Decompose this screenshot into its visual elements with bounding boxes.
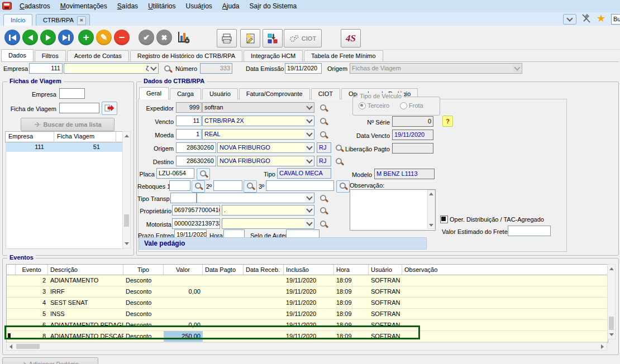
ctrb-tab-ciot[interactable]: CIOT — [311, 88, 340, 99]
destino-code-field[interactable]: 28630260 — [176, 156, 216, 166]
reboque1-field[interactable] — [169, 180, 190, 191]
scroll-up-icon[interactable] — [608, 265, 615, 273]
tab-inicio[interactable]: Início — [3, 14, 32, 26]
terceiro-radio[interactable] — [359, 102, 366, 109]
eventos-cell[interactable]: 0,00 — [164, 320, 203, 331]
eventos-cell[interactable]: 4 — [16, 298, 48, 308]
eventos-cell[interactable]: 6 — [16, 320, 48, 331]
eventos-cell[interactable]: 0,00 — [164, 286, 203, 297]
eventos-cell[interactable]: 19/11/2020 — [284, 298, 334, 308]
eventos-cell[interactable]: 18:09 — [334, 286, 369, 297]
menu-item-cadastros[interactable]: Cadastros — [15, 1, 55, 11]
vale-pedagio-header[interactable]: Vale pedágio — [139, 237, 427, 250]
eventos-cell[interactable] — [244, 275, 284, 286]
motorista-code-field[interactable]: 00000232139733 — [172, 218, 220, 229]
liberacao-field[interactable] — [392, 143, 433, 154]
eventos-cell[interactable]: SOFTRAN — [369, 298, 402, 308]
eventos-vscrollbar[interactable] — [607, 264, 616, 339]
menu-item-ajuda[interactable]: Ajuda — [217, 1, 245, 11]
row-indicator[interactable] — [7, 309, 16, 319]
frota-radio[interactable] — [400, 102, 407, 109]
eventos-cell[interactable] — [203, 275, 244, 286]
scroll-left-icon[interactable] — [7, 343, 15, 350]
eventos-cell[interactable]: ADIANTAMENTO — [48, 275, 123, 286]
eventos-cell[interactable]: 19/11/2020 — [284, 320, 334, 331]
reboque1-search-button[interactable] — [192, 180, 205, 193]
close-tab-icon[interactable]: ✖ — [77, 16, 86, 25]
eventos-cell[interactable]: SOFTRAN — [369, 286, 402, 297]
row-indicator[interactable] — [7, 331, 16, 342]
ciot-button[interactable]: CIOT — [284, 29, 322, 47]
moeda-combo[interactable]: REAL — [202, 129, 314, 140]
eventos-cell[interactable]: 8 — [16, 331, 48, 342]
scroll-down-icon[interactable] — [123, 240, 130, 248]
tab-registro-de-hist-rico-do-ctrb-rpa[interactable]: Registro de Histórico do CTRB/RPA — [130, 50, 242, 61]
edit-record-button[interactable]: ✎ — [96, 30, 112, 45]
previous-record-button[interactable] — [22, 30, 38, 45]
origem-combo[interactable]: Fichas de Viagem — [350, 63, 522, 74]
eventos-cell[interactable]: 250,00 — [164, 331, 203, 342]
menu-item-sa-das[interactable]: Saídas — [112, 1, 143, 11]
eventos-cell[interactable] — [402, 320, 608, 331]
eventos-row[interactable]: 2ADIANTAMENTODesconto19/11/202018:09SOFT… — [7, 275, 608, 286]
scroll-down-icon[interactable] — [428, 222, 435, 228]
eventos-cell[interactable]: ADIANTAMENTO DESCARGA — [48, 331, 123, 342]
data-vencto-field[interactable]: 19/11/2020 — [392, 130, 433, 140]
oper-distribuicao-checkbox[interactable] — [440, 215, 448, 223]
search-icon[interactable] — [163, 64, 172, 73]
num-serie-field[interactable]: 0 — [392, 116, 433, 127]
delete-record-button[interactable]: − — [114, 30, 130, 45]
eventos-cell[interactable] — [164, 298, 203, 308]
eventos-cell[interactable] — [164, 275, 203, 286]
expedidor-code-field[interactable]: 999 — [176, 102, 202, 113]
eventos-cell[interactable]: 3 — [16, 286, 48, 297]
destino-cidade-combo[interactable]: NOVA FRIBURGO — [217, 156, 314, 166]
scrollbar-thumb[interactable] — [16, 344, 40, 349]
column-header[interactable]: Evento — [16, 265, 48, 275]
column-header[interactable]: Usuário — [369, 265, 402, 275]
eventos-cell[interactable]: INSS — [48, 309, 123, 319]
eventos-cell[interactable] — [244, 298, 284, 308]
chevron-down-icon[interactable] — [305, 103, 313, 112]
search-icon[interactable] — [319, 103, 328, 112]
column-header[interactable]: Observação — [402, 265, 608, 275]
tab-list-dropdown-button[interactable] — [563, 14, 576, 25]
first-record-button[interactable] — [4, 30, 20, 45]
row-indicator[interactable] — [7, 320, 16, 331]
chevron-down-icon[interactable] — [305, 130, 313, 138]
tipo-veiculo-field[interactable]: CAVALO MECA — [277, 168, 331, 179]
eventos-cell[interactable]: 2 — [16, 275, 48, 286]
observacao-textarea[interactable] — [350, 189, 436, 231]
eventos-cell[interactable] — [402, 309, 608, 319]
eventos-cell[interactable]: 18:09 — [334, 275, 369, 286]
menu-item-utilit-rios[interactable]: Utilitários — [143, 1, 180, 11]
buscar-lista-button[interactable]: Buscar de uma lista — [21, 118, 115, 131]
add-record-button[interactable]: + — [78, 30, 94, 45]
eventos-cell[interactable]: SOFTRAN — [369, 309, 402, 319]
eventos-cell[interactable]: Desconto — [123, 275, 164, 286]
eventos-cell[interactable] — [402, 331, 608, 342]
print-button[interactable] — [217, 29, 237, 47]
eventos-cell[interactable]: 19/11/2020 — [284, 309, 334, 319]
chevron-down-icon[interactable] — [305, 206, 313, 214]
cancel-button[interactable]: ✖ — [156, 30, 172, 45]
tab-search-input[interactable]: Bu — [611, 14, 620, 25]
scrollbar-thumb[interactable] — [124, 214, 129, 227]
reboque3-field[interactable] — [266, 180, 334, 191]
eventos-cell[interactable]: SEST SENAT — [48, 298, 123, 308]
vencto-code-field[interactable]: 11 — [176, 116, 202, 126]
search-icon[interactable] — [319, 206, 328, 215]
eventos-cell[interactable]: 19/11/2020 — [284, 286, 334, 297]
eventos-cell[interactable] — [402, 275, 608, 286]
eventos-cell[interactable]: Desconto — [123, 331, 164, 342]
eventos-cell[interactable] — [203, 286, 244, 297]
tab-integra-o-hcm[interactable]: Integração HCM — [244, 50, 303, 61]
tipo-transp-combo[interactable] — [197, 193, 314, 203]
unpin-icon[interactable] — [581, 13, 591, 25]
chevron-down-icon[interactable] — [305, 194, 313, 202]
menu-item-sair-do-sistema[interactable]: Sair do Sistema — [245, 1, 302, 11]
motorista-combo[interactable] — [222, 218, 314, 229]
scroll-down-icon[interactable] — [608, 331, 615, 339]
fichas-ficha-field[interactable] — [59, 103, 99, 113]
reboque2-field[interactable] — [213, 180, 242, 191]
